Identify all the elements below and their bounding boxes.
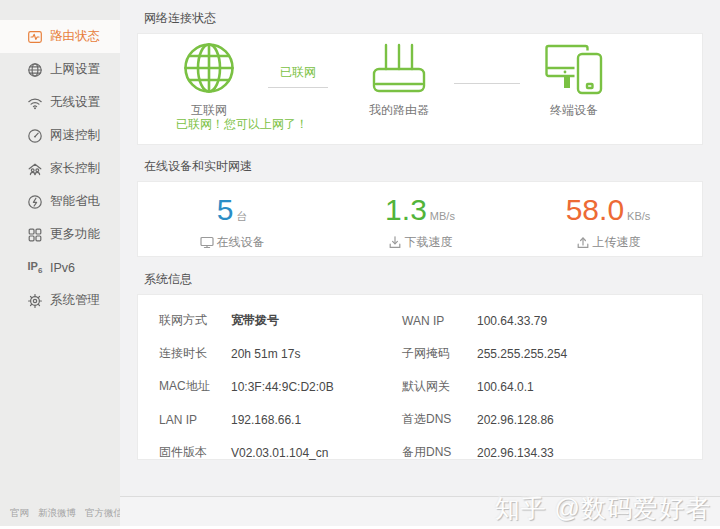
node-devices: 终端设备 bbox=[524, 39, 624, 119]
stat-upload-speed: 58.0KB/s 上传速度 bbox=[514, 182, 702, 256]
stat-online-devices: 5台 在线设备 bbox=[138, 182, 326, 256]
upload-speed-label: 上传速度 bbox=[514, 234, 702, 251]
sidebar-item-speed-control[interactable]: 网速控制 bbox=[0, 119, 120, 152]
connector-line bbox=[268, 87, 328, 88]
sidebar-item-label: 上网设置 bbox=[50, 61, 100, 78]
sidebar-item-label: 更多功能 bbox=[50, 226, 100, 243]
section-title-system-info: 系统信息 bbox=[144, 271, 703, 288]
ip6-text-icon: IP6 bbox=[27, 260, 43, 276]
stat-download-speed: 1.3MB/s 下载速度 bbox=[326, 182, 514, 256]
gear-icon bbox=[27, 293, 43, 309]
online-devices-label: 在线设备 bbox=[138, 234, 326, 251]
bolt-circle-icon bbox=[27, 194, 43, 210]
info-label: 连接时长 bbox=[159, 345, 231, 362]
system-info-row: 连接时长 20h 51m 17s 子网掩码 255.255.255.254 bbox=[138, 337, 702, 370]
sidebar-item-wireless-settings[interactable]: 无线设置 bbox=[0, 86, 120, 119]
network-status-card: 互联网 已联网 我的路由器 bbox=[137, 33, 703, 145]
info-label: 联网方式 bbox=[159, 312, 231, 329]
info-value: 10:3F:44:9C:D2:0B bbox=[231, 380, 402, 394]
info-label: 子网掩码 bbox=[402, 345, 477, 362]
connection-message: 已联网！您可以上网了！ bbox=[176, 116, 308, 133]
sidebar: 路由状态 上网设置 bbox=[0, 0, 120, 526]
link-status-label: 已联网 bbox=[248, 64, 348, 81]
system-info-row: MAC地址 10:3F:44:9C:D2:0B 默认网关 100.64.0.1 bbox=[138, 370, 702, 403]
info-label: 默认网关 bbox=[402, 378, 477, 395]
grid-icon bbox=[27, 227, 43, 243]
sidebar-item-label: 路由状态 bbox=[50, 28, 100, 45]
realtime-stats-card: 5台 在线设备 1.3MB/s bbox=[137, 181, 703, 257]
wifi-icon bbox=[27, 95, 43, 111]
router-admin-page: 路由状态 上网设置 bbox=[0, 0, 720, 529]
connector-line bbox=[454, 83, 520, 84]
info-value: 192.168.66.1 bbox=[231, 413, 402, 427]
upload-speed-unit: KB/s bbox=[627, 210, 650, 222]
sidebar-item-system-management[interactable]: 系统管理 bbox=[0, 284, 120, 317]
devices-icon bbox=[545, 39, 603, 95]
info-label: WAN IP bbox=[402, 314, 477, 328]
download-speed-label: 下载速度 bbox=[326, 234, 514, 251]
upload-speed-value: 58.0 bbox=[566, 193, 624, 226]
download-speed-unit: MB/s bbox=[430, 210, 455, 222]
info-label: 固件版本 bbox=[159, 444, 231, 461]
link-official-site[interactable]: 官网 bbox=[10, 507, 29, 520]
system-info-row: LAN IP 192.168.66.1 首选DNS 202.96.128.86 bbox=[138, 403, 702, 436]
online-devices-value: 5 bbox=[217, 193, 234, 226]
system-info-row: 固件版本 V02.03.01.104_cn 备用DNS 202.96.134.3… bbox=[138, 436, 702, 469]
globe-icon bbox=[27, 62, 43, 78]
gauge-icon bbox=[27, 128, 43, 144]
main-content: 网络连接状态 互联网 已联网 bbox=[120, 0, 720, 497]
sidebar-item-label: 智能省电 bbox=[50, 193, 100, 210]
sidebar-item-ipv6[interactable]: IP6 IPv6 bbox=[0, 251, 120, 284]
info-label: LAN IP bbox=[159, 413, 231, 427]
info-value: 100.64.0.1 bbox=[477, 380, 702, 394]
info-value: 202.96.134.33 bbox=[477, 446, 702, 460]
sidebar-item-label: 无线设置 bbox=[50, 94, 100, 111]
info-value: 255.255.255.254 bbox=[477, 347, 702, 361]
node-label: 我的路由器 bbox=[369, 102, 429, 119]
online-devices-unit: 台 bbox=[236, 210, 247, 222]
activity-icon bbox=[27, 29, 43, 45]
info-value: 20h 51m 17s bbox=[231, 347, 402, 361]
sidebar-item-label: 网速控制 bbox=[50, 127, 100, 144]
info-value: V02.03.01.104_cn bbox=[231, 446, 402, 460]
sidebar-item-label: IPv6 bbox=[50, 261, 75, 275]
family-icon bbox=[27, 161, 43, 177]
info-label: 备用DNS bbox=[402, 444, 477, 461]
section-title-realtime: 在线设备和实时网速 bbox=[144, 158, 703, 175]
sidebar-item-parental-control[interactable]: 家长控制 bbox=[0, 152, 120, 185]
info-value: 100.64.33.79 bbox=[477, 314, 702, 328]
sidebar-nav: 路由状态 上网设置 bbox=[0, 20, 120, 317]
monitor-icon bbox=[200, 235, 214, 249]
link-weibo[interactable]: 新浪微博 bbox=[38, 507, 76, 520]
info-label: 首选DNS bbox=[402, 411, 477, 428]
internet-globe-icon bbox=[182, 41, 236, 95]
sidebar-footer-links: 官网 新浪微博 官方微信 bbox=[10, 507, 123, 520]
info-value: 202.96.128.86 bbox=[477, 413, 702, 427]
sidebar-item-label: 家长控制 bbox=[50, 160, 100, 177]
info-label: MAC地址 bbox=[159, 378, 231, 395]
node-label: 终端设备 bbox=[550, 102, 598, 119]
sidebar-item-label: 系统管理 bbox=[50, 292, 100, 309]
lan-link-connector bbox=[449, 83, 524, 84]
upload-icon bbox=[576, 235, 590, 249]
system-info-row: 联网方式 宽带拨号 WAN IP 100.64.33.79 bbox=[138, 304, 702, 337]
sidebar-item-more-features[interactable]: 更多功能 bbox=[0, 218, 120, 251]
link-wechat[interactable]: 官方微信 bbox=[85, 507, 123, 520]
download-icon bbox=[388, 235, 402, 249]
download-speed-value: 1.3 bbox=[385, 193, 427, 226]
node-router: 我的路由器 bbox=[349, 41, 449, 119]
system-info-card: 联网方式 宽带拨号 WAN IP 100.64.33.79 连接时长 20h 5… bbox=[137, 294, 703, 460]
sidebar-item-internet-settings[interactable]: 上网设置 bbox=[0, 53, 120, 86]
zhihu-watermark: 知乎 @数码爱好者 bbox=[495, 492, 711, 525]
node-internet: 互联网 bbox=[178, 41, 240, 119]
section-title-network-status: 网络连接状态 bbox=[144, 10, 703, 27]
info-value: 宽带拨号 bbox=[231, 312, 402, 329]
sidebar-item-power-saving[interactable]: 智能省电 bbox=[0, 185, 120, 218]
router-icon bbox=[372, 41, 426, 95]
sidebar-item-router-status[interactable]: 路由状态 bbox=[0, 20, 120, 53]
wan-link-connector: 已联网 bbox=[248, 64, 348, 88]
